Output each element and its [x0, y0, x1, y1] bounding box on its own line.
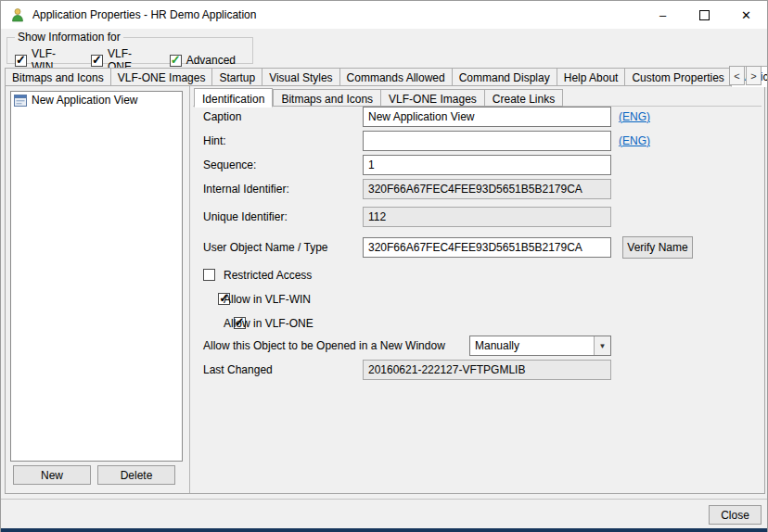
- advanced-checkbox-row[interactable]: Advanced: [170, 54, 236, 67]
- window-title: Application Properties - HR Demo Applica…: [32, 8, 256, 21]
- tab-bitmaps-and-icons[interactable]: Bitmaps and Icons: [5, 68, 110, 86]
- close-window-button[interactable]: ✕: [725, 1, 767, 29]
- tab-identification[interactable]: Identification: [194, 88, 273, 108]
- delete-button[interactable]: Delete: [97, 465, 175, 485]
- hint-label: Hint:: [203, 134, 226, 147]
- verify-name-button[interactable]: Verify Name: [622, 236, 693, 259]
- user-object-name-label: User Object Name / Type: [203, 241, 328, 254]
- tab-vlf-one-images[interactable]: VLF-ONE Images: [110, 68, 212, 86]
- caption-label: Caption: [203, 110, 241, 123]
- last-changed-field: [363, 360, 611, 380]
- application-properties-dialog: Application Properties - HR Demo Applica…: [0, 0, 768, 532]
- application-views-list[interactable]: New Application View: [10, 91, 183, 462]
- caption-language-link[interactable]: (ENG): [619, 110, 650, 123]
- inner-tab-strip: Identification Bitmaps and Icons VLF-ONE…: [194, 87, 563, 107]
- last-changed-label: Last Changed: [203, 363, 273, 376]
- tab-custom-properties[interactable]: Custom Properties: [624, 68, 730, 86]
- tab-command-display[interactable]: Command Display: [452, 68, 557, 86]
- tab-scroll-right-button[interactable]: >: [746, 66, 762, 85]
- internal-identifier-label: Internal Identifier:: [203, 183, 289, 196]
- list-item-label: New Application View: [32, 94, 138, 107]
- tab-visual-styles[interactable]: Visual Styles: [262, 68, 339, 86]
- advanced-checkbox-label: Advanced: [186, 54, 236, 67]
- show-information-group: Show Information for VLF-WIN VLF-ONE Adv…: [6, 31, 253, 64]
- close-button[interactable]: Close: [709, 505, 762, 525]
- tab-help-about[interactable]: Help About: [557, 68, 625, 86]
- new-button[interactable]: New: [13, 465, 91, 485]
- sequence-input[interactable]: [363, 155, 611, 175]
- user-object-name-input[interactable]: [363, 237, 611, 258]
- sequence-label: Sequence:: [203, 158, 256, 171]
- window-bottom-edge: [1, 528, 768, 532]
- tab-startup[interactable]: Startup: [211, 68, 262, 86]
- hint-language-link[interactable]: (ENG): [619, 134, 650, 147]
- show-information-label: Show Information for: [15, 31, 123, 44]
- restricted-access-checkbox[interactable]: [203, 269, 215, 281]
- tab-inner-bitmaps-and-icons[interactable]: Bitmaps and Icons: [273, 89, 380, 107]
- allow-in-vlf-one-label: Allow in VLF-ONE: [224, 317, 314, 330]
- vlf-win-checkbox[interactable]: [15, 55, 27, 67]
- allow-in-vlf-win-label: Allow in VLF-WIN: [224, 293, 311, 306]
- outer-tab-strip: Bitmaps and Icons VLF-ONE Images Startup…: [5, 66, 768, 86]
- internal-identifier-field: [363, 179, 611, 199]
- list-item-new-application-view[interactable]: New Application View: [11, 92, 182, 108]
- chevron-left-icon: <: [734, 70, 739, 82]
- maximize-icon: [699, 10, 710, 20]
- chevron-down-icon[interactable]: ▼: [594, 336, 610, 355]
- caption-input[interactable]: [363, 107, 611, 127]
- tab-scroll-left-button[interactable]: <: [729, 66, 745, 85]
- unique-identifier-field: [363, 207, 611, 227]
- close-icon: ✕: [741, 8, 751, 22]
- application-view-icon: [14, 95, 27, 107]
- dropdown-selected-value: Manually: [470, 339, 594, 352]
- unique-identifier-label: Unique Identifier:: [203, 210, 288, 223]
- tab-commands-allowed[interactable]: Commands Allowed: [339, 68, 452, 86]
- panel-divider: [189, 86, 190, 493]
- minimize-button[interactable]: –: [642, 1, 684, 29]
- minimize-icon: –: [659, 8, 666, 22]
- tab-create-links[interactable]: Create Links: [484, 89, 563, 107]
- advanced-checkbox[interactable]: [170, 55, 182, 67]
- vlf-one-checkbox[interactable]: [91, 55, 103, 67]
- titlebar[interactable]: Application Properties - HR Demo Applica…: [1, 1, 767, 29]
- open-in-new-window-dropdown[interactable]: Manually ▼: [469, 336, 611, 356]
- chevron-right-icon: >: [750, 70, 756, 82]
- open-in-new-window-label: Allow this Object to be Opened in a New …: [203, 339, 445, 352]
- footer-divider: [1, 499, 768, 500]
- app-icon: [10, 7, 25, 22]
- tab-inner-vlf-one-images[interactable]: VLF-ONE Images: [380, 89, 484, 107]
- hint-input[interactable]: [363, 131, 611, 151]
- maximize-button[interactable]: [684, 1, 725, 29]
- restricted-access-label: Restricted Access: [224, 269, 312, 282]
